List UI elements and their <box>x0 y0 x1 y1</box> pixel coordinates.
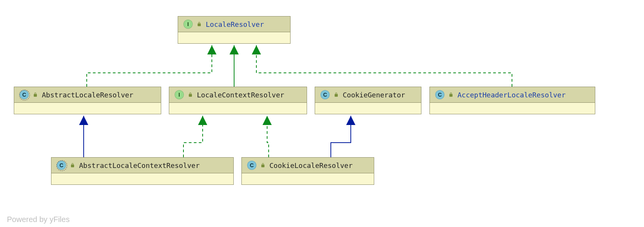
lock-icon <box>260 161 266 169</box>
lock-icon <box>197 20 202 28</box>
node-abstract-locale-resolver[interactable]: C AbstractLocaleResolver <box>14 87 161 114</box>
node-abstract-locale-context-resolver[interactable]: C AbstractLocaleContextResolver <box>51 157 234 185</box>
node-label: AbstractLocaleResolver <box>42 91 133 99</box>
node-label: CookieLocaleResolver <box>269 161 353 169</box>
lock-icon <box>188 91 193 99</box>
node-accept-header-locale-resolver[interactable]: C AcceptHeaderLocaleResolver <box>429 87 595 114</box>
lock-icon <box>33 91 38 99</box>
abstract-class-icon: C <box>57 161 66 170</box>
node-locale-context-resolver[interactable]: I LocaleContextResolver <box>169 87 307 114</box>
interface-icon: I <box>183 20 193 29</box>
node-label: LocaleResolver <box>206 20 264 28</box>
abstract-class-icon: C <box>20 90 29 99</box>
lock-icon <box>70 161 75 169</box>
node-cookie-locale-resolver[interactable]: C CookieLocaleResolver <box>241 157 374 185</box>
node-cookie-generator[interactable]: C CookieGenerator <box>315 87 421 114</box>
node-label: LocaleContextResolver <box>197 91 284 99</box>
node-locale-resolver[interactable]: I LocaleResolver <box>178 16 291 44</box>
lock-icon <box>448 91 454 99</box>
class-icon: C <box>320 90 330 99</box>
node-label: CookieGenerator <box>343 91 405 99</box>
class-icon: C <box>435 90 444 99</box>
lock-icon <box>334 91 339 99</box>
watermark-label: Powered by yFiles <box>7 215 69 224</box>
class-icon: C <box>247 161 256 170</box>
interface-icon: I <box>175 90 184 99</box>
node-label: AbstractLocaleContextResolver <box>79 161 200 169</box>
node-label: AcceptHeaderLocaleResolver <box>457 91 566 99</box>
